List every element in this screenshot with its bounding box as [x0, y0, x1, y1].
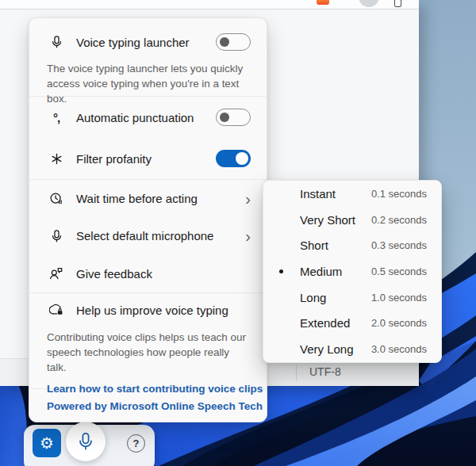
settings-button[interactable]: ⚙ — [33, 429, 61, 457]
option-label: Extended — [300, 316, 371, 330]
section-improve: Help us improve voice typing Contributin… — [29, 293, 267, 388]
launcher-toggle[interactable] — [216, 33, 251, 51]
option-value: 0.5 seconds — [371, 265, 427, 277]
selection-bullet-slot — [276, 269, 300, 273]
punctuation-toggle[interactable] — [216, 109, 251, 126]
setting-label: Voice typing launcher — [76, 36, 216, 49]
selection-bullet-slot — [276, 192, 300, 196]
wait-time-submenu: Instant 0.1 seconds Very Short 0.2 secon… — [263, 180, 442, 363]
microphone-icon — [48, 229, 64, 243]
clock-icon — [48, 192, 64, 206]
option-label: Instant — [300, 187, 371, 201]
option-label: Short — [300, 239, 371, 252]
submenu-item-medium[interactable]: Medium 0.5 seconds — [263, 258, 441, 285]
menu-label: Help us improve voice typing — [76, 304, 251, 317]
selection-bullet-slot — [276, 243, 300, 247]
submenu-item-long[interactable]: Long 1.0 seconds — [263, 285, 441, 311]
option-value: 0.2 seconds — [371, 214, 427, 226]
avatar[interactable] — [359, 0, 379, 7]
improve-description: Contributing voice clips helps us teach … — [47, 330, 248, 375]
microphone-icon — [76, 432, 95, 451]
selection-bullet-slot — [276, 296, 300, 300]
submenu-item-extended[interactable]: Extended 2.0 seconds — [263, 311, 441, 337]
statusbar-divider — [296, 365, 297, 381]
option-label: Very Short — [300, 213, 371, 227]
powered-by-link[interactable]: Powered by Microsoft Online Speech Tech — [47, 400, 263, 412]
option-label: Medium — [300, 265, 371, 278]
profanity-toggle[interactable] — [216, 150, 251, 167]
selection-bullet-slot — [276, 218, 300, 222]
voice-typing-settings-flyout: Voice typing launcher The voice typing l… — [29, 17, 267, 422]
selection-bullet-slot — [276, 347, 300, 351]
option-value: 1.0 seconds — [371, 292, 427, 304]
asterisk-icon — [48, 153, 64, 165]
menu-label: Wait time before acting — [76, 192, 245, 205]
desktop: UTF-8 ⚙ ? Voice typing launcher — [0, 0, 476, 466]
setting-label: Automatic punctuation — [76, 111, 216, 124]
microphone-button[interactable] — [66, 422, 106, 461]
chevron-right-icon: › — [245, 228, 251, 244]
selected-dot-icon — [279, 269, 283, 273]
option-value: 0.3 seconds — [371, 239, 427, 251]
selection-bullet-slot — [276, 321, 300, 325]
voice-clip-lock-icon — [48, 303, 64, 317]
menu-item-give-feedback[interactable]: Give feedback — [29, 255, 267, 292]
gear-icon: ⚙ — [40, 435, 54, 451]
question-mark-icon: ? — [133, 438, 140, 449]
section-launcher: Voice typing launcher The voice typing l… — [29, 18, 267, 96]
menu-item-help-improve[interactable]: Help us improve voice typing — [29, 293, 267, 327]
encoding-label: UTF-8 — [309, 365, 341, 378]
submenu-item-very-long[interactable]: Very Long 3.0 seconds — [263, 336, 441, 362]
punctuation-icon: °, — [48, 111, 64, 124]
submenu-item-short[interactable]: Short 0.3 seconds — [263, 232, 441, 258]
option-value: 3.0 seconds — [371, 343, 427, 355]
page-icon[interactable] — [394, 0, 401, 7]
menu-label: Give feedback — [76, 267, 251, 281]
chevron-right-icon: › — [245, 191, 251, 207]
voice-typing-toolbar: ⚙ ? — [24, 425, 155, 466]
setting-voice-typing-launcher[interactable]: Voice typing launcher — [29, 26, 267, 58]
option-label: Long — [300, 291, 371, 304]
option-value: 0.1 seconds — [371, 188, 427, 200]
titlebar — [0, 0, 419, 10]
submenu-item-very-short[interactable]: Very Short 0.2 seconds — [263, 207, 441, 233]
menu-label: Select default microphone — [76, 229, 245, 243]
menu-item-wait-time[interactable]: Wait time before acting › — [29, 180, 267, 217]
help-button[interactable]: ? — [127, 434, 145, 453]
section-menu: Wait time before acting › Select default… — [29, 180, 267, 292]
submenu-item-instant[interactable]: Instant 0.1 seconds — [263, 181, 441, 207]
menu-item-default-microphone[interactable]: Select default microphone › — [29, 217, 267, 254]
extension-icon[interactable] — [317, 0, 329, 5]
contributing-voice-clips-link[interactable]: Learn how to start contributing voice cl… — [47, 383, 263, 395]
microphone-icon — [48, 35, 64, 49]
option-label: Very Long — [300, 342, 371, 356]
setting-label: Filter profanity — [76, 152, 216, 166]
section-toggles: °, Automatic punctuation Filter profanit… — [29, 97, 267, 179]
setting-filter-profanity[interactable]: Filter profanity — [29, 138, 267, 179]
feedback-icon — [48, 266, 64, 281]
option-value: 2.0 seconds — [371, 317, 427, 329]
